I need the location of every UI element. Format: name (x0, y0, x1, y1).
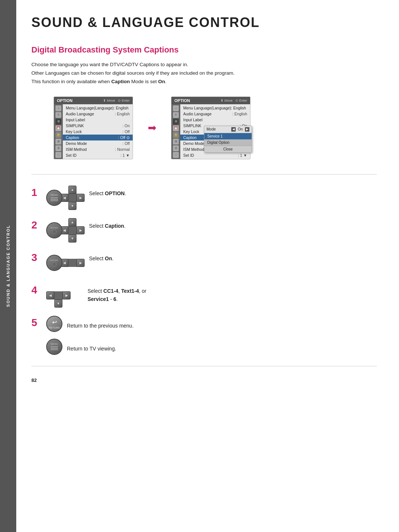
nav-right-3[interactable]: ▶ (76, 259, 85, 267)
icon-option: ⚙ (55, 119, 61, 125)
dropdown-nav: ◀ On ▶ (231, 127, 249, 132)
nav-center-1 (68, 194, 76, 202)
step-2-number: 2 (31, 220, 42, 230)
nav-cluster-2: ▲ ◀ ▶ ▼ (60, 218, 85, 243)
icon-lock: 🔒 (55, 132, 61, 138)
nav-right-4[interactable]: ▶ (62, 291, 71, 299)
nav-up-2[interactable]: ▲ (68, 218, 76, 226)
steps-section: 1 MENU ▲ ◀ ▶ ▼ (31, 186, 377, 355)
nav-cluster-4: ▲ ◀ ▶ ▼ (46, 283, 71, 308)
table-row: SIMPLINK: On (63, 123, 133, 129)
dropdown-digital-option[interactable]: Digital Option (204, 139, 252, 146)
desc-line-1: Choose the language you want the DTV/CAD… (31, 61, 377, 69)
nav-row-1: ◀ ▶ (60, 194, 85, 202)
icon-r-network: ⊛ (173, 145, 179, 151)
nav-up-1[interactable]: ▲ (68, 186, 76, 194)
nav-left-4[interactable]: ◀ (46, 291, 54, 299)
section-heading: Digital Broadcasting System Captions (31, 45, 377, 55)
tv-menu-left-header: OPTION ⬆ Move ⊙ Enter (54, 97, 133, 104)
icon-setup: ⊞ (55, 139, 61, 145)
dropdown-close[interactable]: Close (204, 146, 252, 152)
icon-r-sound: ♪ (173, 105, 179, 111)
dropdown-mode-label: Mode (207, 127, 231, 131)
tv-menu-left-title: OPTION (57, 98, 72, 103)
enter-label-3: ENTER (51, 259, 58, 261)
step-2-text: Select Caption. (89, 222, 126, 230)
tv-menu-right-header: OPTION ⬆ Move ⊙ Enter (171, 97, 250, 104)
nav-row-2: ◀ ▶ (60, 226, 85, 234)
icon-network: ⊛ (55, 145, 61, 151)
table-row: Input Label (63, 117, 133, 123)
icon-sound: ♪ (55, 105, 61, 111)
description: Choose the language you want the DTV/CAD… (31, 61, 377, 86)
enter-circle-2 (52, 230, 57, 234)
nav-center-2 (68, 226, 76, 234)
nav-down-4[interactable]: ▼ (54, 299, 62, 308)
tv-menu-left-rows: Menu Language(Language): English Audio L… (63, 104, 133, 159)
arrow-right: ➡ (148, 122, 156, 134)
menu-button[interactable]: MENU (46, 190, 62, 206)
table-row: Set ID: 1 ▼ (180, 152, 250, 158)
menu-button-5[interactable]: MENU (46, 339, 62, 355)
icon-r-lock: 🔒 (173, 132, 179, 138)
menu-icon-line3 (51, 200, 58, 201)
nav-down-2[interactable]: ▼ (68, 234, 76, 243)
nav-right-2[interactable]: ▶ (76, 226, 85, 234)
right-arrow-icon: ▶ (245, 127, 249, 132)
return-icon: ↩ (52, 319, 57, 326)
step-4-row: 4 ▲ ◀ ▶ ▼ Select CC1-4, Text1-4, orServi… (31, 283, 377, 308)
icon-r-option: ⚙ (173, 119, 179, 125)
step-1-row: 1 MENU ▲ ◀ ▶ ▼ (31, 186, 377, 210)
table-row-caption: Caption: Off ⊙ (63, 135, 133, 140)
icon-r-time: ⏰ (173, 125, 179, 131)
enter-label-2: ENTER (51, 227, 58, 229)
side-tab-label: SOUND & LANGUAGE CONTROL (6, 225, 10, 307)
icon-channel: ≡ (55, 112, 61, 118)
diagram-area: OPTION ⬆ Move ⊙ Enter ♪ ≡ ⚙ ⏰ 🔒 ⊞ ⊛ □ Me… (54, 96, 377, 159)
return-label: RETURN (49, 326, 59, 329)
step-3-text: Select On. (89, 254, 113, 262)
dropdown-mode-row: Mode ◀ On ▶ (204, 126, 252, 133)
dropdown-service1[interactable]: Service 1 (204, 133, 252, 139)
nav-center-4 (54, 291, 62, 299)
tv-menu-right-icons: ♪ ≡ ⚙ ⏰ 🔒 ⊞ ⊛ □ (171, 104, 180, 159)
step-4-text: Select CC1-4, Text1-4, orService1 - 6. (88, 287, 146, 304)
table-row: Audio Language: English (63, 111, 133, 117)
tv-menu-left-nav: ⬆ Move ⊙ Enter (103, 99, 130, 102)
nav-down-1[interactable]: ▼ (68, 202, 76, 210)
nav-row-3: ◀ ▶ (60, 259, 85, 267)
menu-icon-line2 (51, 199, 58, 200)
enter-button-3[interactable]: ENTER (46, 255, 62, 271)
tv-menu-left-body: ♪ ≡ ⚙ ⏰ 🔒 ⊞ ⊛ □ Menu Language(Language):… (54, 104, 133, 159)
left-arrow-icon: ◀ (231, 127, 236, 132)
step-5-sub-rows: ↩ RETURN Return to the previous menu. ME… (46, 316, 134, 355)
step-4-icons: ▲ ◀ ▶ ▼ (46, 283, 83, 308)
table-row: Audio Language: English (180, 111, 250, 117)
nav-right-1[interactable]: ▶ (76, 194, 85, 202)
table-row: Set ID: 1 ▼ (63, 152, 133, 158)
desc-line-2: Other Languages can be chosen for digita… (31, 69, 377, 78)
enter-button-2[interactable]: ENTER (46, 222, 62, 238)
table-row: ISM Method: Normal (63, 146, 133, 152)
desc-line-3: This function in only available when Cap… (31, 78, 377, 86)
dropdown-on-value: On (236, 127, 244, 131)
tv-menu-right-title: OPTION (174, 98, 190, 103)
menu5-icon-line2 (51, 348, 58, 349)
enter-circle-3 (52, 262, 57, 267)
nav-center-3 (68, 259, 76, 267)
table-row: Menu Language(Language): English (180, 105, 250, 111)
step-2-row: 2 ENTER ▲ ◀ ▶ ▼ Select Caption. (31, 218, 377, 243)
step-5b: MENU Return to TV viewing. (46, 339, 134, 355)
menu-button-5-label: MENU (51, 343, 58, 345)
tv-menu-left-icons: ♪ ≡ ⚙ ⏰ 🔒 ⊞ ⊛ □ (54, 104, 63, 159)
step-5-row: 5 ↩ RETURN Return to the previous menu. … (31, 316, 377, 355)
menu5-icon-line1 (51, 346, 58, 347)
tv-menu-right: OPTION ⬆ Move ⊙ Enter ♪ ≡ ⚙ ⏰ 🔒 ⊞ ⊛ □ Me… (171, 96, 250, 159)
menu-button-label: MENU (51, 194, 58, 196)
nav-row-4: ◀ ▶ (46, 291, 71, 299)
return-button[interactable]: ↩ RETURN (46, 316, 62, 332)
step-3-icons: ENTER ▲ ◀ ▶ ▼ (46, 251, 85, 275)
icon-r-support: □ (173, 152, 179, 158)
nav-cluster-3: ▲ ◀ ▶ ▼ (60, 251, 85, 275)
step-5a: ↩ RETURN Return to the previous menu. (46, 316, 134, 332)
